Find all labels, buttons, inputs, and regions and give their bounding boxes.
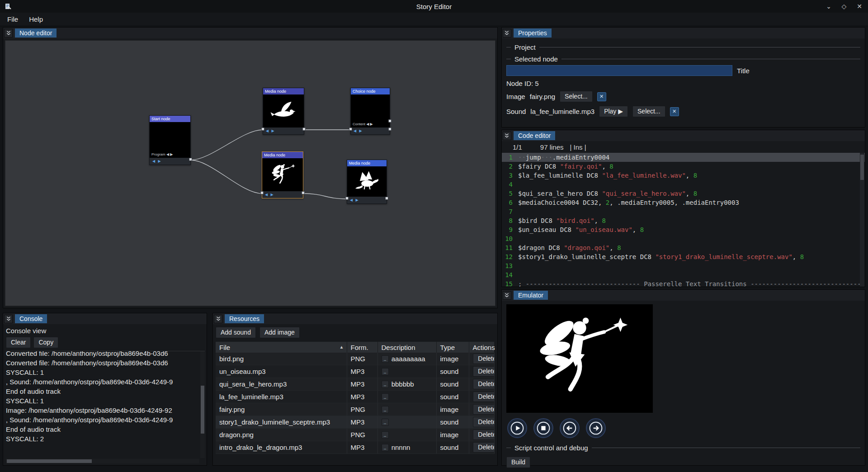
image-clear-button[interactable]: ✕ — [597, 92, 606, 101]
code-line[interactable]: 6$mediaChoice0004 DC32, 2, .mediaEntry00… — [502, 198, 865, 207]
table-row[interactable]: bird.pngPNG..aaaaaaaaaimageDelete — [216, 353, 494, 365]
prev-next-icons[interactable]: ◀ ▶ — [152, 159, 162, 163]
clear-button[interactable]: Clear — [6, 337, 31, 348]
code-line[interactable]: 15; ------------------------------ Passe… — [502, 279, 865, 287]
table-row[interactable]: un_oiseau.mp3MP3..soundDelete — [216, 365, 494, 378]
code-line[interactable]: 7 — [502, 207, 865, 216]
scrollbar-thumb[interactable] — [201, 386, 204, 434]
output-pin[interactable] — [302, 191, 305, 194]
code-line[interactable]: 14 — [502, 270, 865, 279]
menu-item-file[interactable]: File — [3, 14, 23, 24]
prev-next-icons[interactable]: ◀ ▶ — [354, 129, 363, 133]
column-header-format[interactable]: Form. — [347, 342, 377, 353]
stop-button[interactable] — [533, 418, 553, 438]
code-line[interactable]: 9$un_oiseau DC8 "un_oiseau.wav", 8 — [502, 225, 865, 234]
console-output[interactable]: Converted file: /home/anthony/ostproj/ba… — [6, 351, 205, 463]
table-row[interactable]: story1_drako_luminelle_sceptre.mp3MP3..s… — [216, 416, 494, 429]
sound-clear-button[interactable]: ✕ — [670, 107, 679, 116]
graph-node-bird[interactable]: Media node◀ ▶ — [263, 88, 304, 135]
code-line[interactable]: 3$la_fee_luminelle DC8 "la_fee_luminelle… — [502, 171, 865, 180]
output-pin[interactable] — [189, 158, 192, 161]
column-header-type[interactable]: Type — [436, 342, 469, 353]
step-forward-button[interactable] — [586, 418, 606, 438]
output-pin[interactable] — [385, 197, 388, 200]
edit-description-button[interactable]: .. — [382, 406, 389, 413]
add-image-button[interactable]: Add image — [259, 327, 300, 338]
prev-next-icons[interactable]: ◀ ▶ — [265, 193, 274, 197]
sound-select-button[interactable]: Select... — [632, 106, 665, 117]
edit-description-button[interactable]: .. — [382, 393, 389, 401]
collapse-icon[interactable] — [503, 29, 511, 38]
code-area[interactable]: 1··jump···.mediaEntry00042$fairy DC8 "fa… — [502, 153, 865, 287]
sound-play-button[interactable]: Play ▶ — [599, 106, 628, 117]
play-button[interactable] — [507, 418, 527, 438]
edit-description-button[interactable]: .. — [382, 444, 389, 451]
output-pin[interactable] — [388, 119, 392, 123]
edit-description-button[interactable]: .. — [382, 355, 389, 363]
output-pin[interactable] — [388, 127, 392, 131]
prev-next-icons[interactable]: ◀ ▶ — [350, 198, 359, 202]
table-row[interactable]: fairy.pngPNG..imageDelete — [216, 403, 494, 416]
code-line[interactable]: 4 — [502, 180, 865, 189]
delete-button[interactable]: Delete — [473, 379, 495, 389]
delete-button[interactable]: Delete — [473, 392, 495, 402]
delete-button[interactable]: Delete — [473, 442, 495, 453]
add-sound-button[interactable]: Add sound — [216, 327, 256, 338]
edit-description-button[interactable]: .. — [382, 381, 389, 388]
delete-button[interactable]: Delete — [473, 366, 495, 377]
input-pin[interactable] — [260, 191, 264, 194]
input-pin[interactable] — [349, 127, 352, 131]
delete-button[interactable]: Delete — [473, 354, 495, 364]
column-header-file[interactable]: File▲ — [216, 342, 347, 353]
graph-node-start[interactable]: Start nodeProgram ◀ ▶◀ ▶ — [149, 115, 191, 165]
code-line[interactable]: 13 — [502, 261, 865, 270]
graph-node-choice[interactable]: Choice nodeContent ◀ ▶◀ ▶ — [350, 88, 390, 135]
code-line[interactable]: 1··jump···.mediaEntry0004 — [502, 153, 865, 162]
prev-next-icons[interactable]: ◀ ▶ — [266, 129, 275, 133]
code-line[interactable]: 10 — [502, 234, 865, 243]
graph-node-fairy[interactable]: Media node◀ ▶ — [262, 151, 303, 198]
step-back-button[interactable] — [560, 418, 580, 438]
code-line[interactable]: 8$bird DC8 "bird.qoi", 8 — [502, 216, 865, 225]
collapse-icon[interactable] — [214, 315, 222, 323]
column-header-actions[interactable]: Actions — [469, 342, 494, 353]
edit-description-button[interactable]: .. — [382, 431, 389, 439]
console-vertical-scrollbar[interactable] — [200, 351, 205, 458]
delete-button[interactable]: Delete — [473, 430, 495, 440]
copy-button[interactable]: Copy — [33, 337, 58, 348]
close-button[interactable]: ✕ — [855, 3, 863, 10]
collapse-icon[interactable] — [503, 132, 511, 140]
graph-node-dragon[interactable]: Media node◀ ▶ — [347, 160, 387, 204]
scrollbar-thumb[interactable] — [7, 459, 92, 463]
table-row[interactable]: dragon.pngPNG..imageDelete — [216, 429, 494, 441]
scrollbar-thumb[interactable] — [860, 155, 864, 180]
table-row[interactable]: la_fee_luminelle.mp3MP3..soundDelete — [216, 391, 494, 403]
collapse-icon[interactable] — [4, 315, 13, 323]
menu-item-help[interactable]: Help — [24, 14, 47, 24]
edit-description-button[interactable]: .. — [382, 419, 389, 426]
column-header-description[interactable]: Description — [377, 342, 436, 353]
image-select-button[interactable]: Select... — [560, 91, 593, 102]
collapse-icon[interactable] — [503, 291, 511, 300]
node-title-input[interactable] — [506, 65, 732, 76]
delete-button[interactable]: Delete — [473, 417, 495, 427]
node-canvas[interactable]: Start nodeProgram ◀ ▶◀ ▶Media node◀ ▶Cho… — [5, 40, 495, 306]
output-pin[interactable] — [302, 127, 306, 131]
edit-description-button[interactable]: .. — [382, 368, 389, 375]
table-row[interactable]: qui_sera_le_hero.mp3MP3..bbbbbbsoundDele… — [216, 378, 494, 391]
code-line[interactable]: 12$story1_drako_luminelle_sceptre DC8 "s… — [502, 252, 865, 261]
input-pin[interactable] — [345, 197, 349, 200]
maximize-button[interactable]: ◇ — [840, 3, 848, 10]
stop-circle-icon — [536, 421, 551, 435]
collapse-icon[interactable] — [4, 29, 13, 38]
input-pin[interactable] — [261, 127, 264, 131]
code-vertical-scrollbar[interactable] — [860, 153, 864, 287]
minimize-button[interactable]: ⌄ — [825, 3, 833, 10]
code-line[interactable]: 5$qui_sera_le_hero DC8 "qui_sera_le_hero… — [502, 189, 865, 198]
code-line[interactable]: 11$dragon DC8 "dragon.qoi", 8 — [502, 243, 865, 252]
delete-button[interactable]: Delete — [473, 404, 495, 415]
console-horizontal-scrollbar[interactable] — [6, 459, 199, 463]
build-button[interactable]: Build — [506, 457, 530, 468]
table-row[interactable]: intro_drako_le_dragon.mp3MP3..nnnnnsound… — [216, 441, 494, 454]
code-line[interactable]: 2$fairy DC8 "fairy.qoi", 8 — [502, 162, 865, 171]
